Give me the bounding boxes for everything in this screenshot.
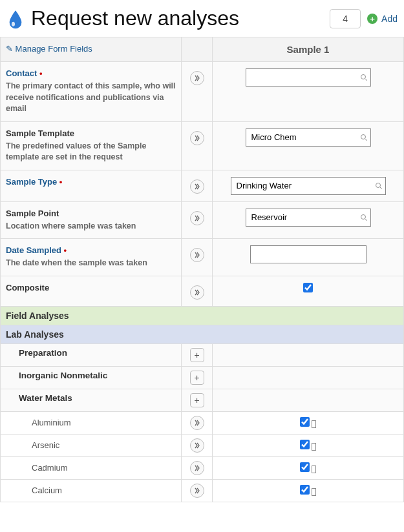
- analyte-checkbox[interactable]: [300, 440, 310, 449]
- lock-icon: [312, 488, 316, 496]
- analyte-checkbox[interactable]: [300, 462, 310, 472]
- lookup-input[interactable]: [251, 73, 360, 83]
- lookup-field[interactable]: [246, 68, 371, 87]
- plus-circle-icon: +: [367, 14, 377, 24]
- field-description: The date when the sample was taken: [6, 258, 176, 269]
- required-indicator: •: [37, 68, 42, 78]
- lookup-input[interactable]: [251, 212, 360, 222]
- copy-across-button[interactable]: [190, 438, 204, 453]
- copy-across-button[interactable]: [190, 484, 204, 498]
- svg-point-3: [361, 134, 365, 139]
- search-icon: [375, 182, 383, 190]
- section-field-analyses: Field Analyses: [1, 306, 404, 325]
- search-icon: [360, 74, 368, 81]
- field-description: The predefined values of the Sample temp…: [6, 141, 176, 163]
- svg-point-1: [361, 75, 365, 79]
- category-label: Inorganic Nonmetalic: [6, 371, 107, 380]
- lock-icon: [312, 420, 316, 428]
- category-label: Preparation: [6, 348, 67, 358]
- expand-category-button[interactable]: +: [190, 371, 204, 385]
- copy-across-button[interactable]: [190, 248, 204, 262]
- field-label[interactable]: Date Sampled •: [6, 245, 176, 255]
- analyte-label: Cadmium: [6, 463, 68, 473]
- analyte-label: Aluminium: [6, 418, 71, 427]
- svg-line-8: [365, 219, 367, 221]
- copy-across-button[interactable]: [190, 179, 204, 194]
- svg-point-7: [361, 214, 365, 219]
- copy-across-button[interactable]: [190, 131, 204, 145]
- sample-column-header: Sample 1: [213, 37, 404, 62]
- required-indicator: •: [57, 177, 62, 187]
- section-lab-analyses: Lab Analyses: [1, 325, 404, 343]
- lookup-field[interactable]: [246, 209, 371, 227]
- required-indicator: •: [61, 245, 67, 255]
- field-description: Location where sample was taken: [6, 221, 176, 232]
- analyte-checkbox[interactable]: [300, 417, 310, 427]
- lock-icon: [312, 443, 316, 451]
- lookup-field[interactable]: [231, 177, 386, 195]
- svg-point-0: [12, 21, 15, 26]
- lock-icon: [312, 466, 316, 473]
- add-button-label: Add: [381, 14, 398, 24]
- search-icon: [360, 134, 368, 141]
- copy-across-button[interactable]: [190, 211, 204, 225]
- svg-line-6: [380, 187, 382, 189]
- lookup-input[interactable]: [251, 132, 360, 142]
- category-label: Water Metals: [6, 393, 72, 403]
- analyte-label: Arsenic: [6, 440, 59, 450]
- field-label[interactable]: Contact •: [6, 68, 176, 78]
- copy-across-button[interactable]: [190, 416, 204, 430]
- copy-across-button[interactable]: [190, 71, 204, 85]
- composite-checkbox[interactable]: [303, 283, 313, 292]
- page-title: Request new analyses: [31, 6, 323, 30]
- water-drop-icon: [6, 9, 25, 28]
- svg-line-2: [365, 79, 367, 81]
- analyte-checkbox[interactable]: [300, 485, 310, 495]
- field-description: The primary contact of this sample, who …: [6, 81, 176, 115]
- copy-across-button[interactable]: [190, 285, 204, 300]
- copy-across-button[interactable]: [190, 461, 204, 475]
- lookup-field[interactable]: [246, 128, 371, 147]
- field-label[interactable]: Sample Type •: [6, 177, 176, 187]
- field-label: Sample Template: [6, 128, 176, 138]
- expand-category-button[interactable]: +: [190, 393, 204, 407]
- add-button[interactable]: + Add: [367, 14, 398, 24]
- date-input[interactable]: [250, 245, 367, 263]
- search-icon: [360, 214, 368, 221]
- manage-form-fields-link[interactable]: ✎ Manage Form Fields: [6, 44, 92, 54]
- field-label: Composite: [6, 283, 176, 292]
- analyte-label: Calcium: [6, 486, 62, 495]
- field-label: Sample Point: [6, 209, 176, 218]
- svg-line-4: [365, 139, 367, 141]
- sample-count-input[interactable]: [330, 9, 361, 28]
- lookup-input[interactable]: [237, 181, 375, 190]
- svg-point-5: [376, 183, 380, 187]
- expand-category-button[interactable]: +: [190, 348, 204, 362]
